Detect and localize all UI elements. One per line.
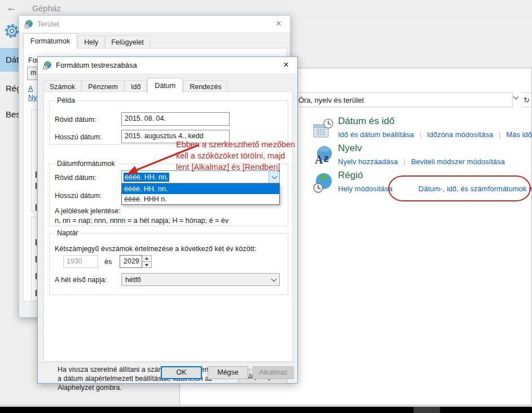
first-day-combobox[interactable]: hétfő xyxy=(121,273,280,286)
address-dropdown-icon[interactable] xyxy=(513,94,519,100)
long-date-format-label: Hosszú dátum: xyxy=(55,192,102,200)
section-title-language[interactable]: Nyelv xyxy=(338,143,362,154)
svg-text:A: A xyxy=(315,153,323,166)
refresh-button[interactable]: ↻ xyxy=(522,93,532,107)
link-separator: | xyxy=(499,130,500,139)
region-icon xyxy=(313,172,334,194)
format-dropdown-list: éééé. HH. nn. éééé. HHH n. xyxy=(121,183,280,205)
short-date-format-label: Rövid dátum: xyxy=(55,174,96,182)
clipped-text-fragment xyxy=(36,256,37,262)
two-digit-year-label: Kétszámjegyű évszámok értelmezése a köve… xyxy=(55,245,256,253)
first-day-value: hétfő xyxy=(125,276,141,284)
close-icon[interactable]: × xyxy=(279,59,293,71)
tab-administrative[interactable]: Felügyelet xyxy=(105,36,150,49)
back-icon[interactable]: ← xyxy=(7,2,16,14)
spinner-down-button[interactable] xyxy=(142,262,151,268)
link-change-location[interactable]: Hely módosítása xyxy=(338,184,393,193)
tab-formats[interactable]: Formátumok xyxy=(23,33,77,49)
link-separator: | xyxy=(419,130,421,139)
section-title-date-time[interactable]: Dátum és idő xyxy=(338,116,394,127)
link-other-timezones[interactable]: Más időzónák ó xyxy=(506,130,532,139)
date-tabpage: Példa Rövid dátum: 2015. 08. 04. Hosszú … xyxy=(43,91,293,362)
date-formats-group-title: Dátumformátumok xyxy=(55,160,117,168)
section-links-date-time: Idő és dátum beállítása | Időzóna módosí… xyxy=(338,130,532,139)
annotation-line-2: kell a szóközöket törölni, majd xyxy=(176,150,295,161)
customize-format-dialog: Formátum testreszabása × Számok Pénznem … xyxy=(37,56,298,384)
sidebar-item-speech[interactable]: Bes xyxy=(6,109,20,119)
link-clipped-ny[interactable]: Ny xyxy=(28,94,37,102)
dropdown-item-2[interactable]: éééé. HHH n. xyxy=(122,194,279,204)
cancel-button[interactable]: Mégse xyxy=(208,366,248,379)
link-clipped-a[interactable]: A xyxy=(28,85,33,93)
sidebar-item-date[interactable]: Dát xyxy=(6,55,19,64)
gear-icon[interactable] xyxy=(3,23,20,39)
example-long-date-label: Hosszú dátum: xyxy=(55,133,102,141)
chevron-down-icon[interactable] xyxy=(269,171,279,183)
notation-legend-text: n, nn = nap; nnn, nnnn = a hét napja; H … xyxy=(55,217,228,225)
example-group-title: Példa xyxy=(55,96,77,104)
example-short-date-value: 2015. 08. 04. xyxy=(121,112,230,126)
section-links-language: Nyelv hozzáadása | Beviteli módszer módo… xyxy=(338,157,505,166)
globe-icon xyxy=(24,20,33,29)
section-title-region[interactable]: Régió xyxy=(338,170,363,181)
settings-titlebar: ← Gépház xyxy=(0,0,532,17)
short-date-format-value[interactable]: éééé. HH. nn. xyxy=(124,173,169,182)
taskbar-active-button[interactable] xyxy=(414,407,440,413)
calendar-group-title: Naptár xyxy=(55,229,81,237)
screen: ← Gépház Dát Rég Bes › Óra, nyelv és ter… xyxy=(0,0,532,413)
apply-button: Alkalmaz xyxy=(253,366,294,379)
region-dialog-tabs: Formátumok Hely Felügyelet xyxy=(23,35,151,49)
link-set-time-date[interactable]: Idő és dátum beállítása xyxy=(338,130,414,139)
chevron-down-icon[interactable] xyxy=(269,274,279,285)
clipped-text-fragment xyxy=(36,183,37,189)
button-separator xyxy=(38,362,297,363)
first-day-label: A hét első napja: xyxy=(55,276,107,284)
annotation-circle xyxy=(388,175,531,201)
clipped-text-fragment xyxy=(36,172,37,178)
date-time-icon xyxy=(313,118,334,139)
address-bar[interactable]: › Óra, nyelv és terület xyxy=(287,93,513,107)
taskbar xyxy=(0,407,532,413)
globe-icon xyxy=(43,61,52,70)
customize-dialog-titlebar: Formátum testreszabása × xyxy=(38,57,297,73)
spinner-up-button[interactable] xyxy=(142,256,151,262)
link-change-timezone[interactable]: Időzóna módosítása xyxy=(427,130,493,139)
tab-location[interactable]: Hely xyxy=(78,36,104,49)
link-add-language[interactable]: Nyelv hozzáadása xyxy=(338,157,398,166)
clipped-text-fragment xyxy=(36,204,37,210)
region-dialog-titlebar: Terület × xyxy=(19,16,290,32)
region-dialog-title: Terület xyxy=(37,20,59,28)
year-from-field: 1930 xyxy=(63,255,98,268)
clipped-text-fragment xyxy=(36,290,37,296)
spinner-buttons xyxy=(142,255,152,268)
language-icon: A Ƶ xyxy=(313,145,334,166)
ok-button[interactable]: OK xyxy=(161,366,202,379)
link-separator: | xyxy=(403,157,405,166)
annotation-line-3: lent [Alkalmaz] és [Rendben] xyxy=(176,161,295,173)
annotation-line-1: Ebben a szerkeszthető mezőben xyxy=(176,139,295,150)
breadcrumb[interactable]: Óra, nyelv és terület xyxy=(298,96,364,104)
settings-app-title: Gépház xyxy=(32,4,61,13)
clipped-text-fragment xyxy=(36,273,37,279)
tab-date[interactable]: Dátum xyxy=(147,78,183,93)
year-to-field[interactable]: 2029 xyxy=(120,255,142,268)
dropdown-item-1[interactable]: éééé. HH. nn. xyxy=(122,184,279,194)
year-to-spinner: 2029 xyxy=(120,255,152,268)
and-label: és xyxy=(104,258,112,266)
svg-text:Ƶ: Ƶ xyxy=(324,155,329,164)
close-icon[interactable]: × xyxy=(272,17,285,30)
clipped-text-fragment xyxy=(36,239,37,245)
annotation-note: Ebben a szerkeszthető mezőben kell a szó… xyxy=(176,139,295,173)
link-change-input-method[interactable]: Beviteli módszer módosítása xyxy=(411,157,505,166)
example-short-date-label: Rövid dátum: xyxy=(55,116,96,124)
customize-dialog-title: Formátum testreszabása xyxy=(56,61,137,69)
notation-legend-title: A jelölések jelentése: xyxy=(55,207,121,215)
